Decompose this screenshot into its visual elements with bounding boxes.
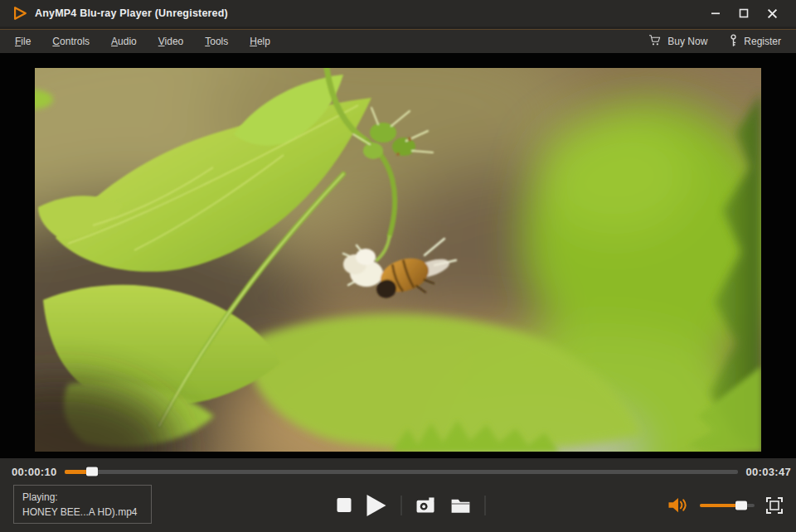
window-title: AnyMP4 Blu-ray Player (Unregistered) xyxy=(35,7,228,19)
volume-slider[interactable] xyxy=(700,504,755,507)
app-logo-icon xyxy=(12,5,28,22)
video-scene xyxy=(35,68,761,452)
menu-right-actions: Buy Now Register xyxy=(648,34,781,50)
progress-slider[interactable] xyxy=(65,470,737,474)
key-icon xyxy=(729,34,738,50)
snapshot-button[interactable] xyxy=(416,496,437,514)
menu-tools[interactable]: Tools xyxy=(205,36,228,47)
buy-now-button[interactable]: Buy Now xyxy=(648,34,707,49)
elapsed-time: 00:00:10 xyxy=(12,466,56,478)
stop-button[interactable] xyxy=(337,498,352,512)
menu-bar: File Controls Audio Video Tools Help Buy… xyxy=(0,30,796,53)
open-file-button[interactable] xyxy=(451,497,471,514)
control-bar: 00:00:10 00:03:47 Playing: HONEY BEE...A… xyxy=(0,458,796,532)
progress-row: 00:00:10 00:03:47 xyxy=(0,458,796,481)
speaker-icon xyxy=(667,496,689,515)
cart-icon xyxy=(648,34,662,49)
register-button[interactable]: Register xyxy=(729,34,781,50)
camera-icon xyxy=(416,496,437,514)
close-icon[interactable] xyxy=(761,4,783,22)
title-bar: AnyMP4 Blu-ray Player (Unregistered) xyxy=(0,0,796,27)
duration-time: 00:03:47 xyxy=(746,466,791,478)
minimize-icon[interactable] xyxy=(705,4,726,22)
play-button[interactable] xyxy=(366,494,387,517)
window-controls xyxy=(705,4,788,22)
mute-button[interactable] xyxy=(667,496,689,515)
fullscreen-button[interactable] xyxy=(765,496,784,515)
video-frame[interactable] xyxy=(35,68,761,452)
progress-thumb[interactable] xyxy=(86,467,98,476)
menu-controls[interactable]: Controls xyxy=(52,36,90,47)
right-controls xyxy=(667,481,784,529)
now-playing-box: Playing: HONEY BEE...A HD).mp4 xyxy=(13,485,152,524)
now-playing-file: HONEY BEE...A HD).mp4 xyxy=(22,505,143,520)
divider xyxy=(485,496,486,515)
transport-controls xyxy=(337,481,486,529)
maximize-icon[interactable] xyxy=(733,4,755,22)
video-stage xyxy=(0,53,796,458)
divider xyxy=(401,496,402,515)
controls-row: Playing: HONEY BEE...A HD).mp4 xyxy=(0,481,796,529)
register-label: Register xyxy=(744,36,781,47)
fullscreen-icon xyxy=(765,496,784,515)
menu-video[interactable]: Video xyxy=(158,36,183,47)
now-playing-label: Playing: xyxy=(22,490,143,505)
volume-thumb[interactable] xyxy=(735,501,747,510)
menu-file[interactable]: File xyxy=(15,36,31,47)
folder-icon xyxy=(451,497,471,514)
menu-audio[interactable]: Audio xyxy=(111,36,137,47)
play-icon xyxy=(366,494,387,517)
buy-now-label: Buy Now xyxy=(667,36,707,47)
stop-icon xyxy=(337,498,352,512)
menu-help[interactable]: Help xyxy=(250,36,270,47)
